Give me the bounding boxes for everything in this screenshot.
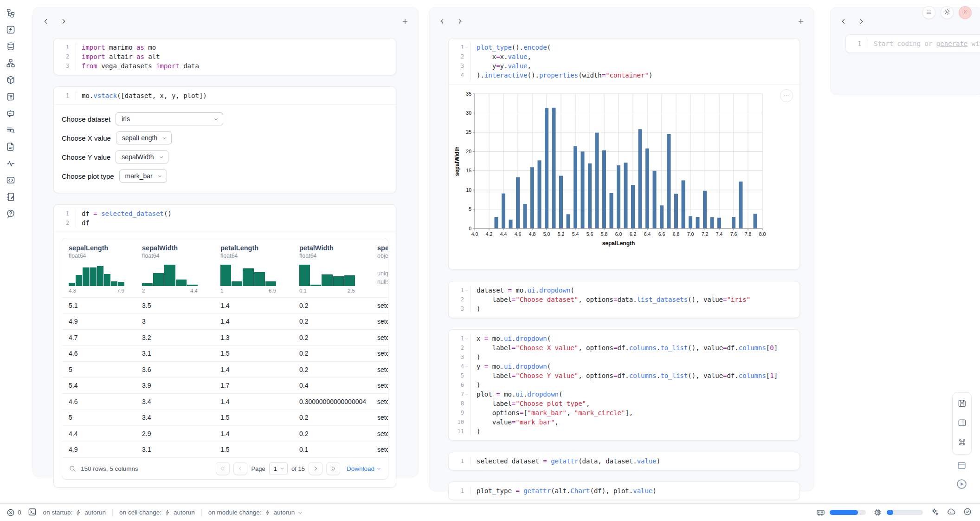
menu-button[interactable] <box>922 6 935 19</box>
code-line: ).interactive().properties(width="contai… <box>471 71 652 80</box>
save-button[interactable] <box>953 394 971 414</box>
dropdown-row: Choose datasetiris <box>62 112 387 125</box>
table-row[interactable]: 4.931.40.2setosa <box>62 313 388 330</box>
line-number: 1 <box>449 286 471 295</box>
sidebar-item-ai-chat[interactable] <box>0 105 21 122</box>
choose-dataset-select[interactable]: iris <box>116 112 223 125</box>
add-cell-button[interactable] <box>401 18 409 26</box>
code-editor[interactable]: 1mo.vstack([dataset, x, y, plot]) <box>54 87 396 104</box>
code-editor[interactable]: 1 Start coding or generate with <box>846 35 980 52</box>
scroll-right-button[interactable] <box>858 18 865 26</box>
table-cell: 5 <box>62 410 135 426</box>
line-number: 1 <box>449 456 471 466</box>
column-header-species[interactable]: speciesobjectunique:nulls: <box>371 238 388 297</box>
sidebar-item-help[interactable] <box>0 205 21 222</box>
scroll-left-button[interactable] <box>42 18 50 26</box>
table-row[interactable]: 5.13.51.40.2setosa <box>62 297 388 313</box>
page-total: of 15 <box>291 465 305 472</box>
shutdown-button[interactable] <box>959 6 972 19</box>
sidebar-item-datasources[interactable] <box>0 38 21 55</box>
sidebar-item-file-explorer[interactable] <box>0 5 21 21</box>
code-line: x = mo.ui.dropdown( <box>471 334 551 343</box>
sidebar-item-notebook[interactable] <box>0 189 21 205</box>
app-view-button[interactable] <box>953 458 970 475</box>
scroll-right-button[interactable] <box>456 18 464 26</box>
column-header-sepalWidth[interactable]: sepalWidthfloat6424.4 <box>135 238 214 297</box>
code-editor[interactable]: 1plot_type = getattr(alt.Chart(df), plot… <box>449 482 799 500</box>
table-row[interactable]: 4.73.21.30.2setosa <box>62 329 388 345</box>
layout-toggle-button[interactable] <box>953 414 971 433</box>
chart-options-button[interactable] <box>780 89 793 102</box>
terminal-button[interactable] <box>28 508 37 518</box>
scroll-left-button[interactable] <box>840 18 847 26</box>
sidebar-item-logs[interactable] <box>0 88 21 105</box>
cloud-button[interactable] <box>947 507 956 518</box>
table-row[interactable]: 4.93.11.50.1setosa <box>62 442 388 458</box>
table-row[interactable]: 4.63.11.50.2setosa <box>62 345 388 362</box>
table-row[interactable]: 4.63.41.40.30000000000000004setosa <box>62 393 388 410</box>
side-toolbar <box>952 392 972 455</box>
table-row[interactable]: 4.42.91.40.2setosa <box>62 425 388 442</box>
code-editor[interactable]: 1selected_dataset = getattr(data, datase… <box>449 452 799 470</box>
next-page-button[interactable] <box>309 462 322 475</box>
select-value: iris <box>122 115 130 123</box>
table-cell: 5 <box>62 362 135 378</box>
table-cell: 3.5 <box>135 298 214 313</box>
save-icon <box>958 399 967 409</box>
editor-placeholder: Start coding or generate with <box>868 39 980 48</box>
sidebar-item-packages[interactable] <box>0 72 21 88</box>
column-header-petalLength[interactable]: petalLengthfloat6416.9 <box>214 238 293 297</box>
sidebar-item-functions[interactable] <box>0 21 21 38</box>
code-editor[interactable]: 1df = selected_dataset()2df <box>54 205 396 232</box>
sidebar-item-scratchpad[interactable] <box>0 122 21 138</box>
table-row[interactable]: 53.41.50.2setosa <box>62 410 388 426</box>
settings-button[interactable] <box>941 6 954 19</box>
first-page-button[interactable] <box>216 462 230 475</box>
download-button[interactable]: Download <box>347 465 381 472</box>
prev-page-button[interactable] <box>233 462 247 475</box>
sidebar-item-dependency-graph[interactable] <box>0 55 21 72</box>
generate-link[interactable]: generate <box>936 40 967 47</box>
svg-text:6.0: 6.0 <box>615 231 622 237</box>
last-page-button[interactable] <box>326 462 340 475</box>
add-cell-button[interactable] <box>797 18 805 26</box>
bar <box>645 149 649 228</box>
activity-sidebar <box>0 5 21 222</box>
svg-text:4.2: 4.2 <box>486 231 493 237</box>
code-editor[interactable]: 1x = mo.ui.dropdown(2 label="Choose X va… <box>449 330 799 440</box>
table-cell: setosa <box>371 442 388 458</box>
page-select[interactable]: 1 <box>269 462 288 475</box>
run-all-button[interactable] <box>953 476 970 493</box>
error-count-indicator[interactable]: 0 <box>6 508 21 517</box>
run-mode-on-startup[interactable]: on startup:autorun <box>43 509 106 516</box>
connection-status-button[interactable] <box>963 508 972 517</box>
table-cell: 0.4 <box>293 378 371 394</box>
choose-x-value-select[interactable]: sepalLength <box>116 131 172 144</box>
table-row[interactable]: 5.43.91.70.4setosa <box>62 378 388 394</box>
ai-assist-button[interactable] <box>930 508 939 518</box>
sidebar-item-tracing[interactable] <box>0 155 21 172</box>
line-number: 11 <box>449 427 471 436</box>
cell-output: 4.04.24.44.64.85.05.25.45.65.86.06.26.46… <box>449 84 799 269</box>
code-editor[interactable]: 1import marimo as mo2import altair as al… <box>54 39 396 75</box>
column-header-petalWidth[interactable]: petalWidthfloat640.12.5 <box>293 238 371 297</box>
column-header-sepalLength[interactable]: sepalLengthfloat644.37.9 <box>62 238 135 297</box>
code-editor[interactable]: 1plot_type().encode(2 x=x.value,3 y=y.va… <box>449 39 799 84</box>
scroll-left-button[interactable] <box>438 18 446 26</box>
sidebar-item-snippets[interactable] <box>0 172 21 189</box>
bar <box>574 146 577 228</box>
run-mode-on-cell-change[interactable]: on cell change:autorun <box>119 509 195 516</box>
gear-icon <box>944 8 951 17</box>
run-mode-on-module-change[interactable]: on module change:autorun <box>208 509 303 516</box>
sidebar-item-documentation[interactable] <box>0 138 21 155</box>
choose-plot-type-select[interactable]: mark_bar <box>119 169 167 182</box>
bar <box>502 194 505 228</box>
notebook-icon <box>6 192 15 202</box>
scroll-right-button[interactable] <box>60 18 67 26</box>
search-icon[interactable] <box>69 465 76 472</box>
code-editor[interactable]: 1dataset = mo.ui.dropdown(2 label="Choos… <box>449 281 799 318</box>
table-cell: setosa <box>371 362 388 378</box>
keyboard-shortcuts-button[interactable] <box>953 433 971 453</box>
table-row[interactable]: 53.61.40.2setosa <box>62 361 388 378</box>
choose-y-value-select[interactable]: sepalWidth <box>116 150 168 163</box>
